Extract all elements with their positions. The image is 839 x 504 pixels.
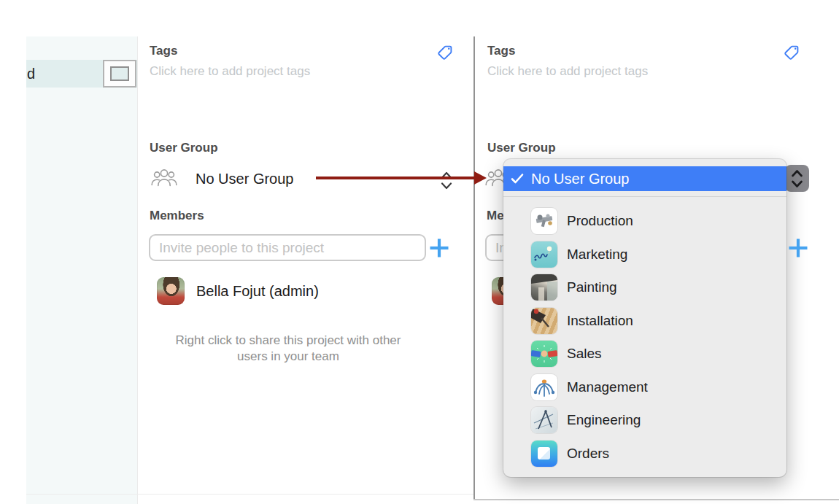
right-panel-bottom-border bbox=[473, 499, 839, 500]
annotation-arrow-head bbox=[474, 171, 487, 185]
marketing-icon bbox=[531, 241, 557, 268]
invite-members-input[interactable] bbox=[149, 234, 426, 261]
user-group-label-right: User Group bbox=[487, 141, 556, 155]
tags-placeholder-right[interactable]: Click here to add project tags bbox=[487, 64, 648, 79]
orders-icon bbox=[531, 441, 557, 467]
tags-placeholder[interactable]: Click here to add project tags bbox=[150, 64, 310, 79]
dropdown-item-label: Painting bbox=[567, 279, 617, 295]
row-checkbox-box bbox=[110, 66, 129, 81]
share-hint: Right click to share this project with o… bbox=[168, 333, 409, 365]
painting-icon bbox=[531, 274, 557, 301]
dropdown-item-production[interactable]: Production bbox=[503, 204, 786, 237]
tags-label: Tags bbox=[150, 44, 177, 58]
user-group-value[interactable]: No User Group bbox=[196, 171, 294, 187]
dropdown-item-management[interactable]: Management bbox=[503, 371, 786, 403]
engineering-icon bbox=[531, 407, 557, 433]
member-row[interactable]: Bella Fojut (admin) bbox=[157, 277, 420, 306]
tag-icon[interactable] bbox=[436, 44, 454, 61]
annotation-arrow-line bbox=[316, 177, 475, 179]
user-group-label: User Group bbox=[150, 141, 218, 155]
user-group-icon bbox=[150, 166, 178, 188]
dropdown-item-label: Sales bbox=[567, 346, 602, 362]
project-row-label: d bbox=[27, 66, 35, 82]
dropdown-item-installation[interactable]: Installation bbox=[503, 304, 786, 337]
dropdown-item-marketing[interactable]: Marketing bbox=[503, 238, 786, 271]
dropdown-item-painting[interactable]: Painting bbox=[503, 271, 786, 303]
member-avatar bbox=[157, 277, 185, 305]
dropdown-item-no-user-group[interactable]: No User Group bbox=[503, 166, 786, 191]
members-label: Members bbox=[150, 209, 204, 223]
dropdown-item-engineering[interactable]: Engineering bbox=[503, 403, 786, 436]
panel-divider bbox=[473, 36, 475, 500]
member-name: Bella Fojut (admin) bbox=[196, 283, 319, 300]
app-window: d Tags Click here to add project tags Us… bbox=[0, 0, 839, 504]
dropdown-item-label: Marketing bbox=[567, 247, 627, 263]
dropdown-item-label: Orders bbox=[567, 446, 609, 462]
user-group-stepper[interactable] bbox=[441, 171, 452, 190]
dropdown-item-label: Management bbox=[567, 379, 648, 395]
row-checkbox[interactable] bbox=[103, 60, 136, 88]
add-member-button[interactable] bbox=[429, 238, 449, 258]
project-list-rail bbox=[26, 36, 138, 504]
tags-label-right: Tags bbox=[487, 44, 515, 58]
management-icon bbox=[531, 374, 557, 400]
tag-icon-right[interactable] bbox=[783, 44, 800, 61]
dropdown-item-label: Engineering bbox=[567, 412, 641, 428]
checkmark-icon bbox=[511, 173, 524, 185]
add-member-button-right[interactable] bbox=[788, 238, 808, 258]
dropdown-separator bbox=[503, 196, 786, 197]
dropdown-selected-label: No User Group bbox=[531, 171, 630, 187]
sales-icon bbox=[531, 341, 557, 367]
user-group-dropdown-menu: No User Group Production bbox=[503, 159, 786, 477]
production-icon bbox=[531, 208, 557, 234]
dropdown-item-label: Installation bbox=[567, 313, 633, 329]
installation-icon bbox=[531, 308, 557, 334]
user-group-stepper-right[interactable] bbox=[785, 165, 809, 192]
dropdown-item-orders[interactable]: Orders bbox=[503, 437, 786, 470]
dropdown-item-sales[interactable]: Sales bbox=[503, 337, 786, 370]
dropdown-item-label: Production bbox=[567, 213, 633, 229]
left-panel-bottom-border bbox=[26, 494, 473, 495]
